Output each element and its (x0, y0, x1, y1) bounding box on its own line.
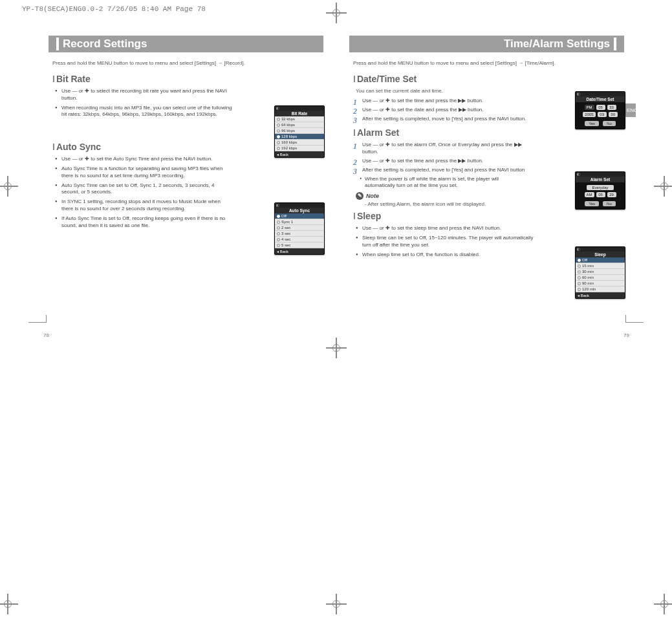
intro-right: Press and hold the MENU button to move t… (353, 60, 620, 66)
bitrate-bullets: Use — or ✚ to select the recording bit r… (52, 88, 233, 118)
list-item: If Auto Sync Time is set to Off, recordi… (61, 215, 233, 230)
option-row-selected: 128 kbps (275, 134, 324, 140)
list-item: Auto Sync Time is a function for separat… (61, 166, 233, 180)
year-value: 2005 (583, 112, 595, 117)
registration-mark-top (331, 8, 341, 18)
option-row: 192 kbps (275, 146, 324, 151)
step-item: After the setting is completed, move to … (362, 167, 528, 174)
minute-value: 33 (607, 105, 616, 110)
registration-mark-right (659, 181, 669, 191)
crop-mark-right (625, 322, 644, 330)
option-row-selected: Off (576, 257, 625, 263)
page-number-left: 78 (43, 332, 49, 338)
heading-bit-rate: IBit Rate (52, 74, 320, 84)
step-item: Use — or ✚ to set the alarm Off, Once or… (362, 142, 528, 156)
no-button: No (603, 201, 616, 206)
list-item: When sleep time set to Off, the function… (362, 252, 534, 259)
registration-mark-br (659, 599, 669, 609)
device-screen-bitrate: ◧ Bit Rate 32 kbps 64 kbps 96 kbps 128 k… (274, 105, 325, 158)
device-screen-autosync: ◧ Auto Sync Off Sync 1 2 sec 3 sec 4 sec… (274, 202, 325, 255)
option-row: 160 kbps (275, 140, 324, 146)
option-row: 2 sec (275, 225, 324, 231)
back-row: ◂ Back (275, 151, 324, 157)
screen-title: Sleep (576, 252, 625, 257)
list-item: Sleep time can be set to Off, 15~120 min… (362, 235, 534, 249)
option-row: 30 min (576, 269, 625, 275)
note-label: Note (366, 193, 379, 199)
step-item: After the setting is completed, move to … (362, 116, 528, 123)
option-row: 64 kbps (275, 122, 324, 128)
list-item: Use — or ✚ to set the sleep time and pre… (362, 225, 534, 232)
page-title-left: Record Settings (63, 38, 147, 50)
list-item: Use — or ✚ to select the recording bit r… (61, 88, 233, 102)
page-left: Record Settings Press and hold the MENU … (49, 36, 323, 333)
ampm-value: AM (585, 192, 594, 197)
option-row: 96 kbps (275, 128, 324, 134)
note-icon: ✎ (356, 192, 363, 200)
option-row: 60 min (576, 275, 625, 281)
hour-value: 05 (596, 105, 605, 110)
yes-button: Yes (585, 121, 599, 126)
step-item: Use — or ✚ to set the time and press the… (362, 98, 528, 105)
title-bar-record: Record Settings (49, 36, 323, 52)
print-header: YP-T8(SECA)ENG0.0-2 7/26/05 8:40 AM Page… (22, 5, 206, 13)
list-item: In SYNC 1 setting, recording stops and i… (61, 199, 233, 213)
page-right: Time/Alarm Settings ENG Press and hold t… (349, 36, 624, 333)
language-tab: ENG (625, 103, 636, 117)
option-row: 120 min (576, 287, 625, 292)
yes-button: Yes (585, 201, 599, 206)
option-row: 15 min (576, 263, 625, 269)
list-item: Auto Sync Time can be set to Off, Sync 1… (61, 182, 233, 197)
back-row: ◂ Back (576, 292, 625, 298)
list-item: When the power is off while the alarm is… (365, 176, 528, 190)
option-row: 5 sec (275, 243, 324, 248)
registration-mark-mid (331, 343, 341, 353)
alarm-sub-bullets: When the power is off while the alarm is… (353, 176, 528, 190)
option-row: 4 sec (275, 237, 324, 243)
month-value: 03 (598, 112, 607, 117)
step-item: Use — or ✚ to set the time and press the… (362, 158, 528, 165)
crop-mark-left (28, 322, 47, 330)
sleep-bullets: Use — or ✚ to set the sleep time and pre… (353, 225, 534, 258)
screen-title: Alarm Set (576, 177, 625, 182)
alarm-steps: Use — or ✚ to set the alarm Off, Once or… (353, 142, 528, 173)
option-row: Sync 1 (275, 219, 324, 225)
autosync-bullets: Use — or ✚ to set the Auto Sync Time and… (52, 156, 233, 229)
option-row-selected: Off (275, 213, 324, 219)
heading-sleep: ISleep (353, 211, 620, 221)
registration-mark-bottom (331, 599, 341, 609)
heading-datetime: IDate/Time Set (353, 74, 620, 84)
option-row: 32 kbps (275, 116, 324, 122)
device-screen-alarm: ◧ Alarm Set Everyday AM 05 29 Yes No (575, 171, 625, 210)
step-item: Use — or ✚ to set the date and press the… (362, 107, 528, 114)
screen-title: Date/Time Set (576, 96, 625, 102)
alarm-mode: Everyday (587, 185, 613, 190)
device-screen-datetime: ◧ Date/Time Set PM 05 33 2005 03 30 Yes … (575, 91, 625, 129)
list-item: Use — or ✚ to set the Auto Sync Time and… (61, 156, 233, 163)
datetime-steps: Use — or ✚ to set the time and press the… (353, 98, 528, 122)
intro-left: Press and hold the MENU button to move t… (52, 60, 320, 66)
list-item: When recording music into an MP3 file, y… (61, 105, 233, 119)
device-screen-sleep: ◧ Sleep Off 15 min 30 min 60 min 90 min … (575, 246, 625, 299)
screen-title: Auto Sync (275, 208, 324, 213)
page-title-right: Time/Alarm Settings (504, 38, 610, 50)
registration-mark-bl (3, 599, 13, 609)
minute-value: 29 (607, 192, 616, 197)
hour-value: 05 (596, 192, 605, 197)
page-number-right: 79 (623, 332, 629, 338)
ampm-value: PM (585, 105, 594, 110)
day-value: 30 (609, 112, 618, 117)
option-row: 90 min (576, 281, 625, 287)
option-row: 3 sec (275, 231, 324, 237)
title-bar-timealarm: Time/Alarm Settings (349, 36, 624, 52)
registration-mark-left (3, 181, 13, 191)
no-button: No (603, 121, 616, 126)
back-row: ◂ Back (275, 248, 324, 254)
screen-title: Bit Rate (275, 111, 324, 116)
